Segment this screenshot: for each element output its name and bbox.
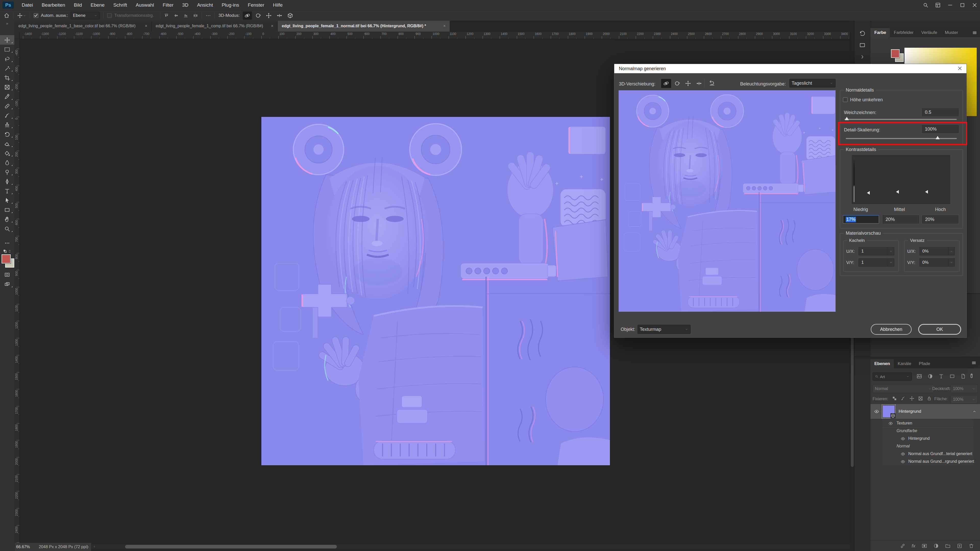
lighting-preset-dropdown[interactable]: Tageslicht — [789, 79, 835, 87]
tab-close-icon[interactable]: × — [443, 24, 445, 28]
align-middle-icon[interactable] — [173, 13, 179, 18]
horizontal-scrollbar-thumb[interactable] — [125, 545, 337, 548]
spot-healing-tool[interactable] — [0, 101, 14, 111]
contrast-high-marker[interactable] — [925, 190, 928, 194]
lock-position-icon[interactable] — [909, 396, 915, 401]
roll-3d-camera-button[interactable] — [253, 11, 262, 20]
lock-all-icon[interactable] — [927, 396, 932, 401]
new-group-icon[interactable] — [945, 543, 951, 549]
blur-value-field[interactable]: 0.5 — [922, 108, 959, 116]
cancel-button[interactable]: Abbrechen — [871, 324, 912, 335]
move-tool-icon[interactable] — [17, 13, 23, 18]
more-options-icon[interactable] — [205, 13, 211, 18]
contrast-mid-marker[interactable] — [896, 190, 899, 194]
document-tab-3[interactable]: edgt_living_people_female_1_normal.tif b… — [278, 21, 450, 32]
tab-farbe[interactable]: Farbe — [870, 28, 890, 37]
invert-height-checkbox[interactable] — [843, 97, 848, 102]
pan-3d-camera-button[interactable] — [264, 11, 273, 20]
dodge-tool[interactable] — [0, 167, 14, 177]
blend-mode-dropdown[interactable]: Normal — [873, 385, 934, 393]
filter-toggle-icon[interactable] — [969, 373, 974, 379]
orbit-3d-button[interactable] — [661, 79, 671, 88]
visibility-eye-icon[interactable] — [900, 459, 905, 464]
slide-3d-button[interactable] — [694, 79, 704, 88]
offset-vy-spinner[interactable]: 0% — [920, 259, 955, 267]
visibility-eye-icon[interactable] — [888, 421, 893, 426]
minimize-icon[interactable] — [947, 2, 953, 8]
tab-kan-le[interactable]: Kanäle — [894, 359, 915, 368]
contrast-low-field[interactable]: 17% — [843, 215, 879, 224]
offset-ux-spinner[interactable]: 0% — [920, 247, 955, 256]
layer-row-grundfarbe[interactable]: Grundfarbe — [882, 427, 973, 435]
roll-3d-button[interactable] — [672, 79, 682, 88]
layer-style-icon[interactable]: fx — [912, 543, 915, 549]
zoom-3d-camera-button[interactable] — [286, 11, 295, 20]
menu-ansicht[interactable]: Ansicht — [192, 0, 217, 10]
zoom-tool[interactable] — [0, 224, 14, 233]
visibility-eye-icon[interactable] — [874, 409, 879, 414]
tab-close-icon[interactable]: × — [271, 24, 273, 28]
contrast-histogram[interactable] — [852, 155, 950, 204]
expand-panel-button[interactable] — [859, 54, 865, 60]
zoom-level[interactable]: 66.67% — [16, 545, 30, 549]
lock-pixels-icon[interactable] — [900, 396, 906, 401]
menu-hilfe[interactable]: Hilfe — [269, 0, 287, 10]
detail-scale-slider[interactable] — [846, 138, 957, 139]
lock-transparency-icon[interactable] — [892, 396, 897, 401]
detail-scale-value-field[interactable]: 100% — [922, 125, 959, 133]
fill-dropdown[interactable]: 100% — [951, 395, 978, 403]
panel-menu-icon[interactable] — [971, 360, 977, 365]
normal-map-preview[interactable] — [619, 90, 835, 312]
history-brush-tool[interactable] — [0, 130, 14, 139]
slide-3d-camera-button[interactable] — [275, 11, 284, 20]
tiles-ux-spinner[interactable]: 1 — [859, 247, 894, 256]
layer-filter-search[interactable]: Art — [873, 372, 912, 381]
menu-auswahl[interactable]: Auswahl — [131, 0, 159, 10]
visibility-eye-icon[interactable] — [900, 437, 905, 441]
filter-adjustment-layers-icon[interactable] — [928, 373, 933, 379]
canvas-horizontal-scrollbar[interactable] — [91, 545, 850, 549]
reset-view-icon[interactable] — [709, 80, 715, 86]
menu-filter[interactable]: Filter — [159, 0, 178, 10]
hand-tool[interactable] — [0, 214, 14, 224]
auto-select-checkbox[interactable] — [34, 13, 38, 18]
filter-smart-objects-icon[interactable] — [960, 373, 966, 379]
pan-3d-button[interactable] — [683, 79, 693, 88]
tiles-vy-spinner[interactable]: 1 — [859, 259, 894, 267]
panel-menu-icon[interactable] — [972, 30, 977, 35]
layer-row-selected[interactable]: Hintergrund — [870, 404, 980, 419]
maximize-icon[interactable] — [959, 2, 965, 8]
clone-stamp-tool[interactable] — [0, 120, 14, 130]
tab-farbfelder[interactable]: Farbfelder — [890, 28, 917, 37]
distribute-icon[interactable] — [193, 13, 198, 18]
toolbar-collapse-button[interactable]: » — [0, 21, 14, 32]
tab-close-icon[interactable]: × — [145, 24, 147, 28]
search-icon[interactable] — [923, 2, 928, 8]
menu-bearbeiten[interactable]: Bearbeiten — [37, 0, 69, 10]
crop-tool[interactable] — [0, 73, 14, 83]
link-layers-icon[interactable] — [900, 543, 905, 549]
filter-pixel-layers-icon[interactable] — [916, 373, 922, 379]
layer-row-normal-aus-grund-rgrund-generiert[interactable]: Normal aus Grund...rgrund generiert — [882, 458, 973, 465]
filter-shape-layers-icon[interactable] — [950, 373, 955, 379]
screen-mode-button[interactable] — [0, 279, 14, 289]
blur-slider-thumb[interactable] — [845, 117, 849, 120]
menu-schrift[interactable]: Schrift — [109, 0, 131, 10]
dialog-title-bar[interactable]: Normalmap generieren — [614, 64, 966, 73]
quick-mask-button[interactable] — [0, 270, 14, 279]
tab-pfade[interactable]: Pfade — [915, 359, 934, 368]
horizontal-ruler[interactable]: -1400-1300-1200-1100-1000-900-800-700-60… — [14, 32, 850, 39]
align-bottom-icon[interactable] — [183, 13, 188, 18]
rectangle-tool[interactable] — [0, 205, 14, 214]
detail-scale-slider-thumb[interactable] — [935, 136, 940, 139]
tab-ebenen[interactable]: Ebenen — [870, 359, 894, 368]
auto-select-dropdown[interactable]: Ebene — [71, 12, 100, 19]
visibility-eye-icon[interactable] — [900, 452, 905, 456]
collapse-layer-icon[interactable] — [972, 409, 977, 414]
document-tab-2[interactable]: edgt_living_people_female_1_comp.tif bei… — [151, 21, 278, 32]
object-selection-tool[interactable] — [0, 64, 14, 73]
menu-datei[interactable]: Datei — [18, 0, 37, 10]
add-layer-mask-icon[interactable] — [921, 543, 927, 549]
filter-type-layers-icon[interactable] — [939, 373, 944, 379]
new-layer-icon[interactable] — [957, 543, 963, 549]
